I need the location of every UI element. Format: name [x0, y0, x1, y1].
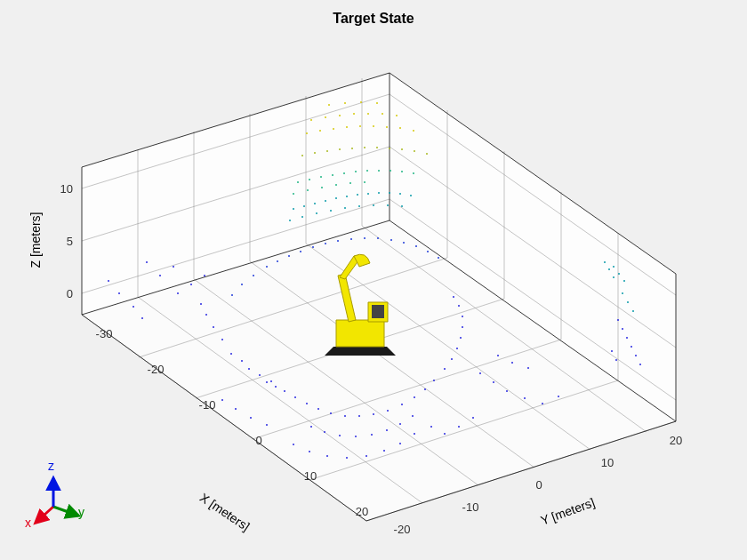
svg-point-191	[382, 113, 383, 115]
svg-point-119	[377, 237, 379, 239]
svg-point-51	[259, 374, 261, 376]
svg-point-121	[403, 242, 405, 244]
svg-point-102	[133, 306, 134, 308]
svg-point-41	[330, 412, 332, 414]
svg-point-133	[346, 196, 348, 197]
svg-text:0: 0	[67, 287, 73, 300]
svg-point-55	[221, 339, 223, 340]
svg-point-162	[321, 187, 323, 188]
svg-point-79	[365, 455, 367, 457]
svg-point-64	[462, 316, 463, 317]
svg-point-72	[386, 429, 388, 431]
svg-point-49	[433, 380, 435, 381]
svg-point-174	[401, 148, 403, 150]
svg-point-106	[430, 426, 432, 428]
svg-point-38	[294, 396, 296, 398]
inset-y-label: y	[78, 505, 84, 519]
svg-point-92	[524, 397, 526, 399]
svg-text:-20: -20	[394, 523, 411, 536]
svg-point-111	[277, 260, 278, 262]
svg-point-154	[355, 171, 357, 172]
svg-point-124	[438, 257, 439, 259]
svg-point-165	[364, 181, 365, 183]
svg-point-77	[326, 455, 328, 457]
svg-point-75	[293, 444, 294, 445]
svg-point-103	[141, 317, 143, 319]
svg-point-113	[300, 251, 301, 252]
svg-point-85	[204, 275, 205, 276]
svg-point-149	[297, 181, 299, 183]
svg-point-56	[213, 326, 214, 328]
svg-point-202	[613, 276, 614, 278]
svg-point-206	[622, 328, 623, 330]
svg-point-83	[177, 292, 179, 294]
svg-point-127	[231, 294, 233, 296]
svg-point-80	[383, 450, 385, 452]
svg-point-69	[339, 435, 341, 436]
svg-point-188	[339, 115, 341, 116]
svg-point-116	[337, 240, 339, 242]
axes-3d[interactable]: -30 -20 -10 0 10 20 -20 -10 0 10 20 0 5 …	[0, 0, 747, 560]
svg-point-114	[312, 246, 314, 248]
svg-point-184	[399, 127, 401, 129]
svg-point-43	[358, 415, 360, 417]
svg-point-95	[497, 355, 499, 356]
svg-point-208	[631, 346, 632, 348]
svg-point-170	[351, 148, 353, 149]
svg-text:5: 5	[67, 235, 73, 248]
figure: Target State	[0, 0, 747, 560]
svg-point-164	[349, 182, 351, 184]
svg-point-62	[460, 337, 462, 339]
svg-point-140	[289, 220, 291, 221]
svg-point-163	[335, 184, 337, 186]
svg-point-101	[266, 424, 268, 426]
svg-point-192	[396, 115, 398, 116]
svg-point-46	[401, 404, 403, 405]
svg-point-185	[413, 130, 414, 132]
svg-point-48	[424, 388, 426, 390]
svg-point-52	[270, 380, 272, 382]
svg-point-142	[316, 212, 317, 214]
svg-text:20: 20	[356, 505, 368, 518]
svg-point-118	[364, 237, 365, 239]
svg-point-126	[241, 284, 243, 285]
inset-z-label: z	[48, 459, 54, 473]
svg-point-136	[378, 192, 380, 194]
svg-point-135	[367, 193, 369, 195]
svg-point-132	[335, 197, 337, 199]
svg-point-125	[253, 275, 254, 276]
svg-point-160	[293, 193, 294, 195]
svg-point-57	[205, 314, 207, 316]
svg-point-117	[350, 238, 352, 240]
svg-point-147	[387, 204, 389, 206]
svg-point-88	[146, 261, 148, 263]
svg-point-104	[118, 292, 120, 294]
svg-point-96	[511, 362, 513, 364]
svg-text:-30: -30	[96, 327, 113, 340]
svg-point-94	[558, 396, 559, 397]
inset-x-label: x	[25, 516, 31, 530]
svg-point-176	[426, 153, 428, 155]
svg-point-166	[301, 155, 303, 156]
svg-point-137	[389, 192, 390, 194]
x-axis-arrow-icon	[36, 507, 53, 523]
svg-point-100	[250, 417, 252, 419]
svg-point-54	[241, 360, 243, 362]
svg-point-73	[399, 423, 401, 425]
z-ticks: 0 5 10	[60, 182, 73, 300]
svg-point-198	[618, 273, 620, 275]
svg-point-134	[357, 194, 358, 196]
svg-point-61	[456, 348, 458, 349]
svg-point-130	[314, 203, 316, 204]
svg-point-87	[173, 266, 174, 268]
svg-point-159	[413, 172, 414, 174]
svg-point-189	[353, 113, 355, 115]
svg-point-213	[615, 359, 617, 361]
svg-point-179	[333, 128, 334, 130]
svg-point-210	[635, 355, 637, 356]
svg-point-209	[617, 319, 619, 321]
svg-point-107	[444, 433, 446, 435]
svg-point-40	[317, 408, 319, 410]
svg-point-110	[266, 266, 268, 268]
svg-point-156	[378, 170, 380, 172]
